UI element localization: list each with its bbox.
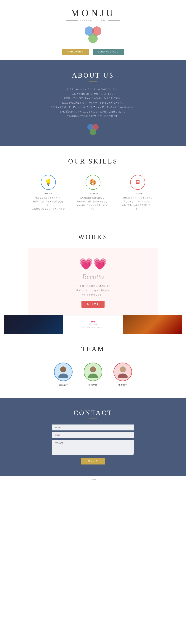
svg-point-5 (118, 374, 128, 378)
hero-section: MONJU Web Creators Team OUR WORKS SEND M… (0, 0, 186, 60)
thumb-recotto-mini: 💗💗 Recotto デートコースでお困りのあなたに！ (81, 321, 105, 328)
submit-button[interactable]: 送信する (81, 458, 105, 464)
about-venn-diagram (88, 124, 98, 135)
about-title: ABOUT US (4, 72, 182, 79)
design-label: DESIGN (76, 192, 110, 194)
contact-underline (89, 418, 97, 419)
about-underline (89, 81, 97, 82)
coding-desc: HTMLはコーディングもします。正しく美しいマークアップと、今後の変更への柔軟を… (121, 196, 154, 211)
works-thumb-left (4, 315, 63, 334)
skill-ideas: 💡 IDEAS 考えることがとても好きで。毎日のごとにアイデアが浮かびます。人生… (32, 175, 65, 214)
member-name-3: 橋本泰明 (114, 384, 132, 386)
email-input[interactable] (52, 432, 134, 438)
works-thumbnails: 💗💗 Recotto デートコースでお困りのあなたに！ (4, 315, 182, 334)
svg-point-0 (60, 366, 66, 372)
svg-point-3 (88, 374, 98, 378)
works-logo: Recotto (36, 272, 150, 281)
skills-underline (89, 167, 97, 168)
works-copy: デートコースでお困りのあなたに！ 一瞬でデートコースをお作りし参才！ ↓ さお早… (36, 284, 150, 297)
design-icon: 🎨 (86, 175, 100, 190)
team-grid: 大範夏詩 阪川勇雅 橋本泰明 (4, 362, 182, 386)
contact-form: 送信する (52, 424, 134, 464)
works-card: 💗💗 Recotto デートコースでお困りのあなたに！ 一瞬でデートコースをお作… (28, 248, 158, 315)
about-venn-green (90, 129, 96, 135)
name-input[interactable] (52, 424, 134, 430)
works-underline (89, 242, 97, 242)
about-text: どうも、Webクリエイターチーム「MONJU」です。 主にWeb開発で開発・制作… (41, 87, 145, 118)
footer: © monju (0, 476, 186, 484)
hero-subtitle: Web Creators Team (4, 19, 182, 22)
team-underline (89, 355, 97, 355)
send-message-button[interactable]: SEND MESSAGE (93, 49, 124, 55)
member-name-2: 阪川勇雅 (84, 384, 102, 386)
ideas-icon: 💡 (41, 175, 56, 190)
team-title: TEAM (4, 345, 182, 353)
skills-grid: 💡 IDEAS 考えることがとても好きで。毎日のごとにアイデアが浮かびます。人生… (4, 175, 182, 214)
avatar-3 (114, 362, 132, 381)
works-title: WORKS (4, 233, 182, 241)
skills-title: OUR SKILLS (4, 157, 182, 165)
ideas-label: IDEAS (32, 192, 65, 194)
about-section: ABOUT US どうも、Webクリエイターチーム「MONJU」です。 主にWe… (0, 60, 186, 146)
contact-section: CONTACT 送信する (0, 398, 186, 476)
skill-design: 🎨 DESIGN 見た目の良さだけではなく、機能性や、情報の伝わり方なども、UX… (76, 175, 110, 214)
design-desc: 見た目の良さだけではなく、機能性や、情報の伝わり方なども、UXが高いデザインを意… (76, 196, 110, 211)
works-hearts: 💗💗 (36, 258, 150, 271)
member-name-1: 大範夏詩 (54, 384, 72, 386)
team-member-2: 阪川勇雅 (84, 362, 102, 386)
hero-buttons: OUR WORKS SEND MESSAGE (4, 49, 182, 55)
message-input[interactable] (52, 440, 134, 455)
coding-label: CODING (121, 192, 154, 194)
team-member-1: 大範夏詩 (54, 362, 72, 386)
works-thumb-right (123, 315, 182, 334)
works-section: WORKS 💗💗 Recotto デートコースでお困りのあなたに！ 一瞬でデート… (0, 226, 186, 334)
svg-point-1 (58, 374, 68, 378)
svg-point-2 (90, 366, 96, 372)
team-section: TEAM 大範夏詩 阪川勇雅 橋本泰明 (0, 334, 186, 398)
avatar-1 (54, 362, 72, 381)
our-works-button[interactable]: OUR WORKS (62, 49, 89, 55)
venn-diagram (85, 26, 101, 43)
footer-text: © monju (90, 479, 96, 481)
skill-coding: 🖥 CODING HTMLはコーディングもします。正しく美しいマークアップと、今… (121, 175, 154, 214)
works-cta-button[interactable]: レつまア ▶ (82, 301, 104, 308)
contact-title: CONTACT (4, 409, 182, 417)
avatar-2 (84, 362, 102, 381)
skills-section: OUR SKILLS 💡 IDEAS 考えることがとても好きで。毎日のごとにアイ… (0, 146, 186, 226)
team-member-3: 橋本泰明 (114, 362, 132, 386)
coding-icon: 🖥 (130, 175, 145, 190)
works-thumb-center: 💗💗 Recotto デートコースでお困りのあなたに！ (63, 315, 123, 334)
venn-circle-green (88, 34, 98, 43)
svg-point-4 (120, 366, 126, 372)
ideas-desc: 考えることがとても好きで。毎日のごとにアイデアが浮かびます。人生れなくなるくらい… (32, 196, 65, 214)
site-title: MONJU (4, 8, 182, 18)
